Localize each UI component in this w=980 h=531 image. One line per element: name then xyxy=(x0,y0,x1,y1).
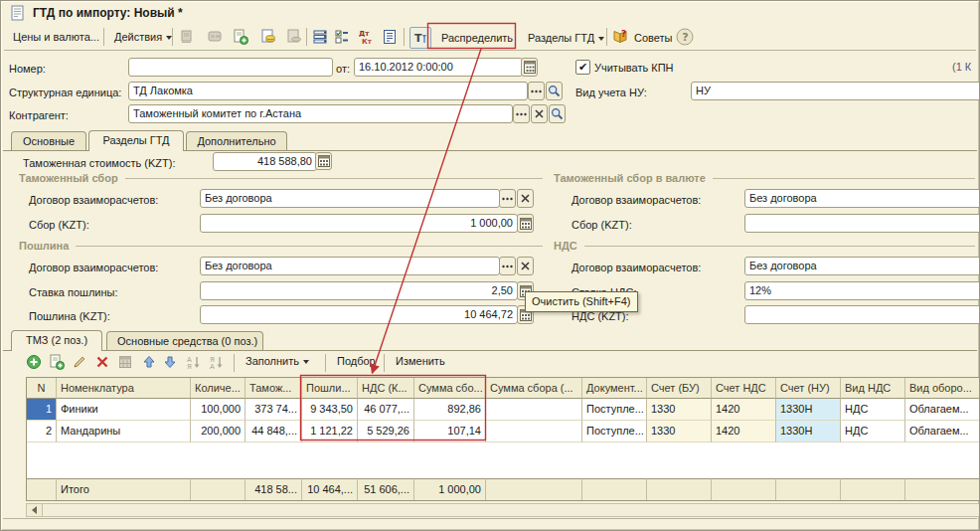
movements-icon[interactable] xyxy=(312,29,328,45)
tab-osnovnye[interactable]: Основные xyxy=(11,131,86,151)
horizontal-scrollbar[interactable] xyxy=(26,503,980,517)
tab-razdely-gtd[interactable]: Разделы ГТД xyxy=(88,130,184,151)
col-header[interactable]: N xyxy=(27,378,57,399)
cell-document[interactable]: Поступле... xyxy=(582,399,647,421)
clear-icon[interactable] xyxy=(517,189,534,208)
distribute-button[interactable]: Распределить xyxy=(435,28,519,48)
cell-nomenclature[interactable]: Мандарины xyxy=(57,421,191,442)
cell-account-vat[interactable]: 1420 xyxy=(712,421,776,442)
col-header[interactable]: Количе... xyxy=(191,378,245,399)
prices-currency-button[interactable]: Цены и валюта... xyxy=(7,27,105,47)
col-header[interactable]: Документ... xyxy=(582,378,647,399)
cell-turnover-kind[interactable]: Облагаем... xyxy=(905,399,980,421)
structural-unit-input[interactable]: ТД Лакомка xyxy=(128,82,528,100)
cell-customs-value[interactable]: 44 848,... xyxy=(245,421,302,442)
cell-account-bu[interactable]: 1330 xyxy=(647,421,712,442)
calculator-icon[interactable] xyxy=(517,214,534,233)
cell-nomenclature[interactable]: Финики xyxy=(57,399,191,421)
fill-button[interactable]: Заполнить xyxy=(240,351,315,371)
vat-amount-input[interactable] xyxy=(744,305,980,324)
cell-fee[interactable]: 892,86 xyxy=(414,399,486,421)
table-empty-area[interactable] xyxy=(27,442,979,478)
add-icon[interactable] xyxy=(26,354,42,370)
ellipsis-icon[interactable] xyxy=(528,82,545,100)
col-header[interactable]: Счет (НУ) xyxy=(776,378,841,399)
contractor-input[interactable]: Таможенный комитет по г.Астана xyxy=(128,104,513,123)
col-header[interactable]: Номенклатура xyxy=(57,378,191,399)
cell-account-vat[interactable]: 1420 xyxy=(712,399,776,421)
ellipsis-icon[interactable] xyxy=(499,189,516,208)
number-input[interactable] xyxy=(128,58,333,77)
col-header[interactable]: Счет НДС xyxy=(712,378,776,399)
search-icon[interactable] xyxy=(546,82,563,100)
fee-amount-input[interactable]: 1 000,00 xyxy=(200,214,518,233)
search-icon[interactable] xyxy=(549,104,566,123)
cell-vat-kind[interactable]: НДС xyxy=(841,421,905,442)
customs-cost-input[interactable]: 418 588,80 xyxy=(213,152,317,171)
cell-quantity[interactable]: 200,000 xyxy=(191,421,245,442)
move-up-icon[interactable] xyxy=(141,354,157,370)
calendar-icon[interactable] xyxy=(521,58,538,77)
cell-account-nu[interactable]: 1330Н xyxy=(776,421,841,442)
duty-rate-input[interactable]: 2,50 xyxy=(200,281,518,300)
post-document-icon[interactable] xyxy=(260,29,276,45)
cell-account-bu[interactable]: 1330 xyxy=(647,399,712,421)
cell-account-nu[interactable]: 1330Н xyxy=(776,399,841,421)
cell-turnover-kind[interactable]: Облагаем... xyxy=(905,421,980,442)
scrollbar-track[interactable] xyxy=(43,504,979,516)
col-header[interactable]: Пошли... xyxy=(302,378,358,399)
subordination-icon[interactable] xyxy=(179,29,195,45)
date-input[interactable]: 16.10.2012 0:00:00 xyxy=(354,58,523,77)
fee-contract-input[interactable]: Без договора xyxy=(200,189,500,208)
copy-document-icon[interactable] xyxy=(233,29,248,45)
delete-icon[interactable] xyxy=(94,354,110,370)
cell-duty[interactable]: 9 343,50 xyxy=(302,399,358,421)
copy-row-icon[interactable] xyxy=(49,354,65,370)
ellipsis-icon[interactable] xyxy=(513,104,530,123)
clear-icon[interactable] xyxy=(531,104,548,123)
cell-document[interactable]: Поступле... xyxy=(582,421,647,442)
tips-button[interactable]: Советы xyxy=(628,28,678,48)
journal-icon[interactable] xyxy=(382,29,398,45)
settings-list-icon[interactable] xyxy=(334,29,350,45)
vat-rate-input[interactable]: 12% xyxy=(744,281,980,300)
table-row[interactable]: 2 Мандарины 200,000 44 848,... 1 121,22 … xyxy=(27,421,979,442)
filter-icon[interactable]: T xyxy=(409,27,431,49)
row-number-cell[interactable]: 2 xyxy=(27,421,57,442)
col-header[interactable]: Вид оборо... xyxy=(905,378,980,399)
dtkt-icon[interactable]: ДтКт xyxy=(358,29,374,45)
structure-icon[interactable] xyxy=(207,29,223,45)
duty-contract-input[interactable]: Без договора xyxy=(200,257,500,275)
help-icon[interactable]: ? xyxy=(676,28,694,46)
col-header[interactable]: НДС (К... xyxy=(358,378,414,399)
table-row[interactable]: 1 Финики 100,000 373 74... 9 343,50 46 0… xyxy=(27,399,979,421)
cell-fee-currency[interactable] xyxy=(486,421,582,442)
move-down-icon[interactable] xyxy=(162,354,178,370)
pick-button[interactable]: Подбор xyxy=(331,351,382,371)
cell-vat-kind[interactable]: НДС xyxy=(841,399,905,421)
cell-quantity[interactable]: 100,000 xyxy=(191,399,245,421)
scroll-left-icon[interactable] xyxy=(27,504,43,516)
cell-vat[interactable]: 5 529,26 xyxy=(358,421,414,442)
cell-fee[interactable]: 107,14 xyxy=(414,421,486,442)
change-button[interactable]: Изменить xyxy=(390,351,451,371)
fee-currency-amount-input[interactable] xyxy=(744,214,980,233)
cell-customs-value[interactable]: 373 74... xyxy=(245,399,302,421)
tab-dopolnitelno[interactable]: Дополнительно xyxy=(186,131,287,151)
tab-tmz[interactable]: ТМЗ (2 поз.) xyxy=(11,330,102,351)
vat-contract-input[interactable]: Без договора xyxy=(744,257,980,275)
nu-kind-input[interactable]: НУ xyxy=(691,82,980,100)
cell-vat[interactable]: 46 077,... xyxy=(358,399,414,421)
actions-button[interactable]: Действия xyxy=(108,27,178,47)
kpn-checkbox[interactable]: ✔ xyxy=(575,60,590,75)
clear-icon[interactable] xyxy=(517,257,534,275)
calculator-icon[interactable] xyxy=(315,152,332,170)
col-header[interactable]: Счет (БУ) xyxy=(647,378,712,399)
tab-fixed-assets[interactable]: Основные средства (0 поз.) xyxy=(106,331,263,351)
gtd-sections-button[interactable]: Разделы ГТД xyxy=(522,28,610,48)
undo-post-icon[interactable] xyxy=(286,29,302,45)
row-number-cell[interactable]: 1 xyxy=(27,399,57,421)
ellipsis-icon[interactable] xyxy=(499,257,516,275)
col-header[interactable]: Вид НДС xyxy=(841,378,905,399)
col-header[interactable]: Сумма сбора (... xyxy=(486,378,582,399)
